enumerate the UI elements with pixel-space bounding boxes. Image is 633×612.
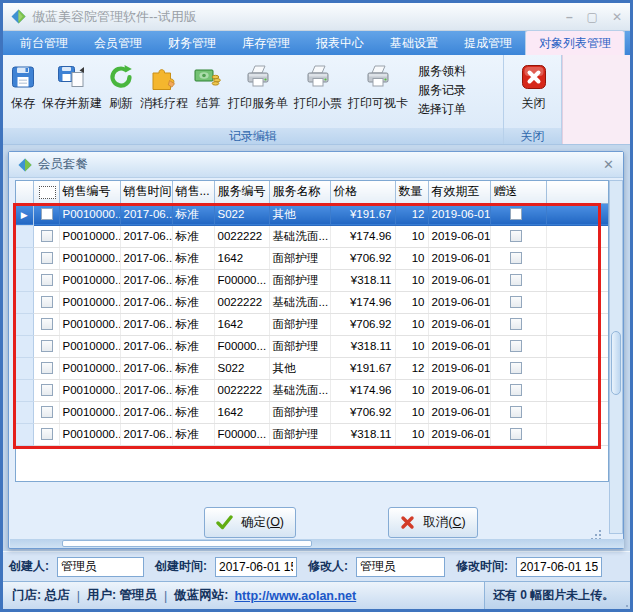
modified-time-field[interactable] bbox=[516, 557, 602, 577]
dialog-logo-icon bbox=[18, 158, 32, 172]
col-header-6[interactable]: 价格 bbox=[330, 181, 395, 203]
menu-tab-2[interactable]: 会员管理 bbox=[81, 31, 155, 55]
row-checkbox[interactable] bbox=[41, 428, 53, 440]
dialog-resize-grip[interactable] bbox=[591, 522, 603, 534]
header-focus-box bbox=[39, 186, 56, 199]
row-checkbox[interactable] bbox=[41, 230, 53, 242]
settle-button-label: 结算 bbox=[196, 95, 220, 111]
website-link[interactable]: http://www.aolan.net bbox=[234, 589, 356, 603]
row-checkbox[interactable] bbox=[41, 296, 53, 308]
col-header-checkbox[interactable] bbox=[33, 181, 59, 203]
refresh-button[interactable]: 刷新 bbox=[105, 58, 137, 128]
col-header-8[interactable]: 有效期至 bbox=[428, 181, 490, 203]
gift-checkbox[interactable] bbox=[510, 318, 522, 330]
modified-by-field[interactable] bbox=[356, 557, 445, 577]
print-visual-card-button[interactable]: 打印可视卡 bbox=[345, 58, 411, 128]
row-checkbox[interactable] bbox=[41, 208, 53, 220]
title-bar[interactable]: 傲蓝美容院管理软件--试用版 – ▢ ✕ bbox=[3, 3, 630, 31]
ribbon-toolbar: 保存 保存并新建 刷新 bbox=[3, 55, 630, 145]
vertical-scrollbar-thumb[interactable] bbox=[611, 331, 621, 395]
gift-checkbox[interactable] bbox=[510, 274, 522, 286]
consume-treatment-button[interactable]: 消耗疗程 bbox=[137, 58, 191, 128]
status-separator: | bbox=[77, 589, 80, 603]
created-by-field[interactable] bbox=[57, 557, 144, 577]
minimize-button[interactable]: – bbox=[566, 11, 573, 23]
gift-checkbox[interactable] bbox=[510, 406, 522, 418]
row-checkbox[interactable] bbox=[41, 318, 53, 330]
close-form-button[interactable]: 关闭 bbox=[518, 58, 550, 128]
table-row[interactable]: ▶P0010000...2017-06...标准S022其他¥191.67122… bbox=[16, 203, 608, 225]
row-checkbox[interactable] bbox=[41, 384, 53, 396]
created-time-field[interactable] bbox=[215, 557, 297, 577]
service-material-button[interactable]: 服务领料 bbox=[415, 62, 469, 81]
menu-tab-6[interactable]: 基础设置 bbox=[377, 31, 451, 55]
horizontal-scrollbar[interactable] bbox=[10, 539, 624, 548]
table-row[interactable]: P0010000...2017-06...标准F00000...面部护理¥318… bbox=[16, 423, 608, 445]
ribbon-filler bbox=[562, 55, 630, 144]
col-header-indicator[interactable] bbox=[16, 181, 33, 203]
print-receipt-button[interactable]: 打印小票 bbox=[291, 58, 345, 128]
window-title: 傲蓝美容院管理软件--试用版 bbox=[32, 8, 197, 26]
select-order-button[interactable]: 选择订单 bbox=[415, 100, 469, 119]
gift-checkbox[interactable] bbox=[510, 362, 522, 374]
app-window: 傲蓝美容院管理软件--试用版 – ▢ ✕ 前台管理会员管理财务管理库存管理报表中… bbox=[0, 0, 633, 612]
settle-button[interactable]: 结算 bbox=[191, 58, 225, 128]
gift-checkbox[interactable] bbox=[510, 208, 522, 220]
row-checkbox[interactable] bbox=[41, 362, 53, 374]
gift-checkbox[interactable] bbox=[510, 340, 522, 352]
modified-by-label: 修改人: bbox=[308, 558, 348, 575]
cancel-button[interactable]: 取消(C) bbox=[388, 507, 478, 538]
printer-icon bbox=[365, 59, 391, 95]
user-status: 用户: 管理员 bbox=[87, 587, 157, 604]
print-visual-card-button-label: 打印可视卡 bbox=[348, 95, 408, 111]
save-and-new-button[interactable]: 保存并新建 bbox=[39, 58, 105, 128]
horizontal-scrollbar-thumb[interactable] bbox=[62, 540, 312, 547]
row-checkbox[interactable] bbox=[41, 252, 53, 264]
col-header-2[interactable]: 销售时间 bbox=[120, 181, 172, 203]
menu-tab-4[interactable]: 库存管理 bbox=[229, 31, 303, 55]
gift-checkbox[interactable] bbox=[510, 428, 522, 440]
ribbon-group-close: 关闭 关闭 bbox=[504, 55, 562, 144]
table-row[interactable]: P0010000...2017-06...标准1642面部护理¥706.9210… bbox=[16, 247, 608, 269]
menu-tab-5[interactable]: 报表中心 bbox=[303, 31, 377, 55]
table-row[interactable]: P0010000...2017-06...标准0022222基础洗面...¥17… bbox=[16, 225, 608, 247]
col-header-9[interactable]: 赠送 bbox=[490, 181, 546, 203]
print-service-order-button[interactable]: 打印服务单 bbox=[225, 58, 291, 128]
dialog-title-bar[interactable]: 会员套餐 ✕ bbox=[9, 152, 623, 178]
print-service-order-button-label: 打印服务单 bbox=[228, 95, 288, 111]
table-row[interactable]: P0010000...2017-06...标准0022222基础洗面...¥17… bbox=[16, 291, 608, 313]
col-header-3[interactable]: 销售... bbox=[172, 181, 214, 203]
table-row[interactable]: P0010000...2017-06...标准F00000...面部护理¥318… bbox=[16, 335, 608, 357]
gift-checkbox[interactable] bbox=[510, 230, 522, 242]
table-row[interactable]: P0010000...2017-06...标准S022其他¥191.671220… bbox=[16, 357, 608, 379]
table-row[interactable]: P0010000...2017-06...标准1642面部护理¥706.9210… bbox=[16, 313, 608, 335]
dialog-close-icon[interactable]: ✕ bbox=[603, 157, 614, 172]
col-header-1[interactable]: 销售编号 bbox=[59, 181, 120, 203]
table-row[interactable]: P0010000...2017-06...标准0022222基础洗面...¥17… bbox=[16, 379, 608, 401]
refresh-button-label: 刷新 bbox=[109, 95, 133, 111]
close-window-button[interactable]: ✕ bbox=[612, 11, 622, 23]
close-form-button-label: 关闭 bbox=[522, 95, 546, 111]
row-checkbox[interactable] bbox=[41, 274, 53, 286]
row-checkbox[interactable] bbox=[41, 406, 53, 418]
col-header-7[interactable]: 数量 bbox=[395, 181, 428, 203]
menu-tab-1[interactable]: 前台管理 bbox=[7, 31, 81, 55]
menu-tab-8[interactable]: 对象列表管理 bbox=[525, 30, 625, 55]
table-row[interactable]: P0010000...2017-06...标准1642面部护理¥706.9210… bbox=[16, 401, 608, 423]
gift-checkbox[interactable] bbox=[510, 296, 522, 308]
gift-checkbox[interactable] bbox=[510, 384, 522, 396]
menu-tab-7[interactable]: 提成管理 bbox=[451, 31, 525, 55]
ok-button[interactable]: 确定(O) bbox=[204, 507, 296, 538]
row-checkbox[interactable] bbox=[41, 340, 53, 352]
service-record-button[interactable]: 服务记录 bbox=[415, 81, 469, 100]
col-header-4[interactable]: 服务编号 bbox=[214, 181, 269, 203]
vertical-scrollbar[interactable] bbox=[609, 180, 623, 534]
save-button[interactable]: 保存 bbox=[7, 58, 39, 128]
window-resize-grip[interactable] bbox=[618, 597, 630, 609]
table-row[interactable]: P0010000...2017-06...标准F00000...面部护理¥318… bbox=[16, 269, 608, 291]
gift-checkbox[interactable] bbox=[510, 252, 522, 264]
maximize-button[interactable]: ▢ bbox=[587, 11, 598, 23]
col-header-5[interactable]: 服务名称 bbox=[269, 181, 330, 203]
menu-tab-3[interactable]: 财务管理 bbox=[155, 31, 229, 55]
col-header-trailing[interactable] bbox=[546, 181, 608, 203]
